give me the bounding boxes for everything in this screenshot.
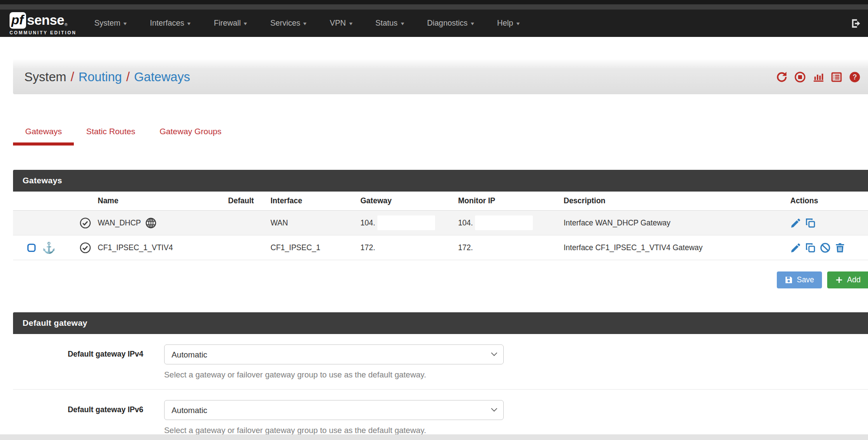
default-gateway-ipv4-help: Select a gateway or failover gateway gro… bbox=[164, 370, 504, 380]
col-interface: Interface bbox=[263, 196, 352, 205]
nav-menu: System ▾ Interfaces ▾ Firewall ▾ Service… bbox=[83, 10, 531, 37]
nav-item-help[interactable]: Help ▾ bbox=[485, 10, 531, 37]
logo-pf-tile: pf bbox=[10, 12, 26, 29]
table-row: ⚓ CF1_IPSEC_1_VTIV4 CF1_IPSEC_1 172. 172… bbox=[13, 235, 868, 260]
form-row-ipv4: Default gateway IPv4 Automatic Select a … bbox=[13, 334, 868, 390]
sign-out-icon[interactable] bbox=[851, 18, 862, 29]
redaction-box bbox=[475, 215, 533, 230]
logo-sense-text: sense bbox=[27, 13, 64, 28]
gateway-interface: CF1_IPSEC_1 bbox=[263, 243, 352, 252]
monitor-ip: 172. bbox=[458, 243, 473, 252]
breadcrumb-separator: / bbox=[126, 70, 130, 84]
disable-icon[interactable] bbox=[820, 242, 831, 253]
nav-label: Services bbox=[270, 19, 300, 28]
plus-icon bbox=[835, 276, 843, 284]
tab-gateways[interactable]: Gateways bbox=[13, 121, 74, 146]
default-gateway-panel: Default gateway Default gateway IPv4 Aut… bbox=[13, 312, 868, 440]
check-circle-icon bbox=[79, 242, 91, 254]
nav-item-firewall[interactable]: Firewall ▾ bbox=[202, 10, 258, 37]
nav-label: Status bbox=[376, 19, 398, 28]
edit-icon[interactable] bbox=[790, 218, 801, 228]
svg-text:?: ? bbox=[853, 73, 857, 81]
help-icon[interactable]: ? bbox=[849, 71, 861, 83]
gateways-panel-title: Gateways bbox=[13, 170, 868, 192]
bar-chart-icon[interactable] bbox=[812, 71, 824, 83]
gateway-address: 104. bbox=[360, 218, 375, 228]
copy-icon[interactable] bbox=[805, 218, 816, 228]
breadcrumb-bar: System / Routing / Gateways bbox=[13, 60, 868, 94]
default-gateway-ipv6-select[interactable]: Automatic bbox=[164, 400, 504, 420]
gateways-panel: Gateways Name Default Interface Gateway … bbox=[13, 170, 868, 260]
nav-label: VPN bbox=[330, 19, 346, 28]
check-circle-icon bbox=[79, 217, 91, 229]
pfsense-logo[interactable]: pf sense ® COMMUNITY EDITION bbox=[10, 12, 76, 35]
copy-icon[interactable] bbox=[805, 242, 816, 253]
list-icon[interactable] bbox=[831, 71, 842, 83]
chevron-down-icon: ▾ bbox=[188, 20, 191, 26]
edit-icon[interactable] bbox=[790, 242, 801, 253]
col-monitor-ip: Monitor IP bbox=[449, 196, 556, 205]
breadcrumb-actions: ? bbox=[776, 71, 861, 83]
save-disk-icon bbox=[785, 276, 793, 284]
default-gateway-ipv4-label: Default gateway IPv4 bbox=[13, 344, 143, 380]
col-gateway: Gateway bbox=[352, 196, 449, 205]
logo-edition-text: COMMUNITY EDITION bbox=[10, 30, 76, 35]
chevron-down-icon: ▾ bbox=[471, 20, 474, 26]
nav-label: System bbox=[94, 19, 120, 28]
chevron-down-icon: ▾ bbox=[516, 20, 520, 26]
bottom-strip bbox=[0, 434, 868, 440]
table-row: WAN_DHCP WAN 104. 104. Interface WAN_DH bbox=[13, 211, 868, 235]
nav-item-status[interactable]: Status ▾ bbox=[364, 10, 416, 37]
breadcrumb: System / Routing / Gateways bbox=[24, 70, 190, 84]
col-default: Default bbox=[219, 196, 263, 205]
breadcrumb-link-routing[interactable]: Routing bbox=[79, 70, 122, 84]
nav-label: Firewall bbox=[214, 19, 241, 28]
refresh-icon[interactable] bbox=[776, 71, 788, 83]
breadcrumb-separator: / bbox=[71, 70, 74, 84]
breadcrumb-system: System bbox=[24, 70, 66, 84]
square-icon[interactable] bbox=[26, 243, 36, 253]
default-gateway-ipv6-help: Select a gateway or failover gateway gro… bbox=[164, 426, 504, 435]
stop-circle-icon[interactable] bbox=[794, 71, 806, 83]
nav-label: Diagnostics bbox=[427, 19, 468, 28]
nav-item-services[interactable]: Services ▾ bbox=[258, 10, 318, 37]
nav-item-interfaces[interactable]: Interfaces ▾ bbox=[138, 10, 202, 37]
nav-item-vpn[interactable]: VPN ▾ bbox=[318, 10, 364, 37]
col-name: Name bbox=[98, 196, 219, 205]
main-navbar: pf sense ® COMMUNITY EDITION System ▾ In… bbox=[0, 10, 868, 37]
nav-label: Interfaces bbox=[150, 19, 184, 28]
add-button-label: Add bbox=[847, 275, 861, 285]
table-button-row: Save Add bbox=[13, 271, 868, 288]
gateway-description: Interface CF1_IPSEC_1_VTIV4 Gateway bbox=[556, 243, 782, 252]
save-button-label: Save bbox=[797, 275, 814, 285]
add-button[interactable]: Add bbox=[827, 271, 868, 288]
tab-gateway-groups[interactable]: Gateway Groups bbox=[147, 121, 234, 146]
registered-mark: ® bbox=[65, 23, 68, 27]
col-description: Description bbox=[556, 196, 782, 205]
nav-item-diagnostics[interactable]: Diagnostics ▾ bbox=[416, 10, 485, 37]
anchor-icon: ⚓ bbox=[42, 242, 56, 253]
default-gateway-panel-title: Default gateway bbox=[13, 312, 868, 334]
gateway-interface: WAN bbox=[263, 218, 352, 228]
breadcrumb-link-gateways[interactable]: Gateways bbox=[134, 70, 190, 84]
save-button[interactable]: Save bbox=[777, 271, 822, 288]
gateway-description: Interface WAN_DHCP Gateway bbox=[556, 218, 782, 228]
nav-label: Help bbox=[497, 19, 513, 28]
routing-tabs: Gateways Static Routes Gateway Groups bbox=[13, 121, 868, 146]
globe-icon bbox=[145, 217, 157, 229]
gateway-name: WAN_DHCP bbox=[98, 218, 141, 228]
top-strip bbox=[0, 4, 868, 10]
monitor-ip: 104. bbox=[458, 218, 473, 228]
default-gateway-ipv4-select[interactable]: Automatic bbox=[164, 344, 504, 364]
default-gateway-ipv6-label: Default gateway IPv6 bbox=[13, 400, 143, 435]
chevron-down-icon: ▾ bbox=[244, 20, 248, 26]
chevron-down-icon: ▾ bbox=[124, 20, 127, 26]
chevron-down-icon: ▾ bbox=[401, 20, 404, 26]
chevron-down-icon: ▾ bbox=[349, 20, 353, 26]
redaction-box bbox=[377, 215, 435, 230]
form-row-ipv6: Default gateway IPv6 Automatic Select a … bbox=[13, 390, 868, 440]
tab-static-routes[interactable]: Static Routes bbox=[74, 121, 147, 146]
nav-item-system[interactable]: System ▾ bbox=[83, 10, 138, 37]
chevron-down-icon: ▾ bbox=[304, 20, 307, 26]
delete-icon[interactable] bbox=[835, 242, 845, 253]
